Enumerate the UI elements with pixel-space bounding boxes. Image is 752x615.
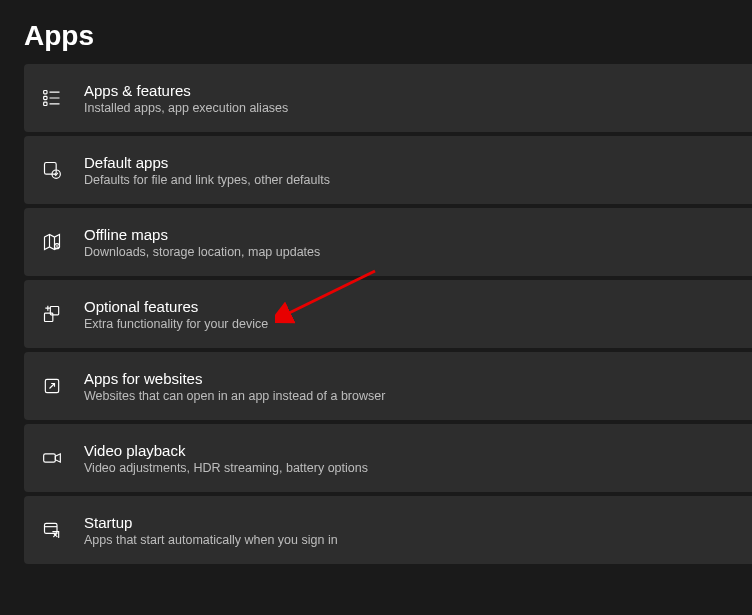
video-icon <box>40 446 64 470</box>
page-title: Apps <box>0 0 752 64</box>
svg-rect-3 <box>45 163 57 175</box>
startup-icon <box>40 518 64 542</box>
item-subtitle: Extra functionality for your device <box>84 317 268 331</box>
apps-settings-list: Apps & features Installed apps, app exec… <box>0 64 752 564</box>
item-title: Video playback <box>84 442 368 459</box>
item-default-apps[interactable]: Default apps Defaults for file and link … <box>24 136 752 204</box>
open-link-icon <box>40 374 64 398</box>
list-icon <box>40 86 64 110</box>
item-video-playback[interactable]: Video playback Video adjustments, HDR st… <box>24 424 752 492</box>
item-title: Optional features <box>84 298 268 315</box>
item-title: Default apps <box>84 154 330 171</box>
optional-features-icon <box>40 302 64 326</box>
item-apps-and-features[interactable]: Apps & features Installed apps, app exec… <box>24 64 752 132</box>
svg-rect-0 <box>44 91 47 94</box>
item-optional-features[interactable]: Optional features Extra functionality fo… <box>24 280 752 348</box>
item-subtitle: Apps that start automatically when you s… <box>84 533 338 547</box>
item-title: Apps & features <box>84 82 288 99</box>
item-subtitle: Defaults for file and link types, other … <box>84 173 330 187</box>
item-subtitle: Downloads, storage location, map updates <box>84 245 320 259</box>
item-title: Startup <box>84 514 338 531</box>
item-title: Apps for websites <box>84 370 385 387</box>
svg-rect-2 <box>44 102 47 105</box>
default-apps-icon <box>40 158 64 182</box>
svg-rect-9 <box>44 454 56 462</box>
item-startup[interactable]: Startup Apps that start automatically wh… <box>24 496 752 564</box>
map-icon <box>40 230 64 254</box>
svg-rect-1 <box>44 96 47 99</box>
item-apps-for-websites[interactable]: Apps for websites Websites that can open… <box>24 352 752 420</box>
item-subtitle: Websites that can open in an app instead… <box>84 389 385 403</box>
item-title: Offline maps <box>84 226 320 243</box>
item-subtitle: Video adjustments, HDR streaming, batter… <box>84 461 368 475</box>
item-offline-maps[interactable]: Offline maps Downloads, storage location… <box>24 208 752 276</box>
item-subtitle: Installed apps, app execution aliases <box>84 101 288 115</box>
